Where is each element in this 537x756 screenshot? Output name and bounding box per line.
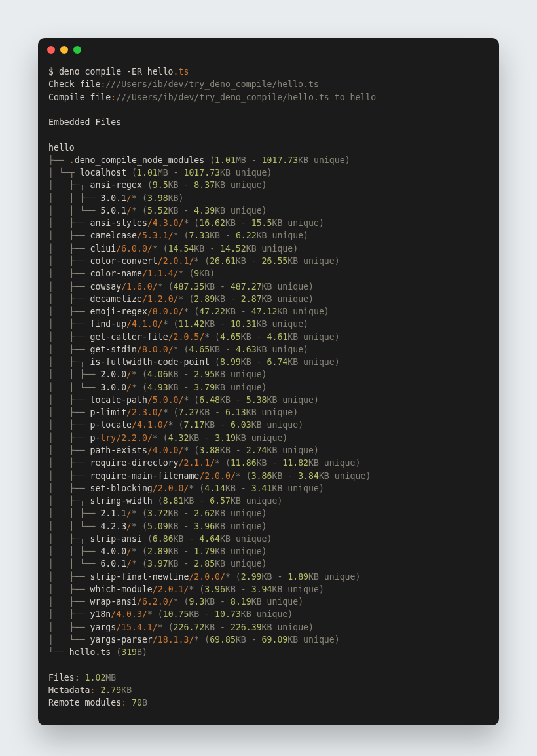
tree-item-name: wrap-ansi — [90, 597, 137, 607]
tree-item-name: 4.0.0 — [100, 546, 126, 556]
close-icon[interactable] — [47, 46, 55, 54]
tree-item-version: /2.0.1/ — [153, 584, 189, 594]
command-ext: ts — [179, 67, 189, 77]
tree-item-name: 4.2.3 — [100, 521, 126, 531]
tree-item-version: / — [126, 521, 132, 531]
tree-bars: │ ├── — [48, 345, 90, 354]
file-tree: ├── .deno_compile_node_modules (1.01MB -… — [48, 154, 489, 659]
tree-item-name: cliui — [90, 244, 117, 254]
tree-bars: │ └─┬ — [48, 168, 80, 178]
remote-unit: B — [142, 698, 147, 708]
tree-item-name: p- — [90, 433, 101, 443]
tree-item-unique-size: 3.84 — [298, 471, 319, 481]
tree-item-version: /6.2.0/ — [137, 597, 174, 607]
tree-item-name: p-locate — [90, 420, 132, 430]
tree-bars: │ ├── — [48, 433, 90, 443]
tree-item-size: 5.52 — [147, 206, 168, 216]
tree-item-name: 3.0.1 — [100, 193, 126, 203]
tree-bars: │ │ ├── — [48, 546, 100, 556]
remote-size: 70 — [132, 698, 142, 708]
tree-item-unique-size: 2.85 — [194, 559, 215, 569]
tree-bars: │ ├── — [48, 471, 90, 481]
tree-item-size: 16.62 — [199, 218, 225, 228]
tree-item-version: /4.1.0/ — [126, 319, 163, 329]
titlebar — [38, 38, 499, 62]
tree-bars: │ ├── — [48, 445, 90, 455]
tree-item-name: locate-path — [90, 395, 147, 405]
tree-item-unique-size: 1017.73 — [262, 155, 299, 165]
tree-bars: │ │ └── — [48, 559, 100, 569]
tree-item-unique-size: 6.57 — [210, 496, 231, 506]
tree-bars: │ │ ├── — [48, 508, 100, 518]
tree-item-size: 8.99 — [220, 357, 241, 367]
tree-item-version: /4.3.0/ — [147, 218, 184, 228]
tree-bars: │ ├─┬ — [48, 357, 90, 367]
tree-item-version: / — [126, 369, 132, 379]
tree-item-unique-size: 2.87 — [241, 294, 262, 304]
tree-bars: │ ├── — [48, 483, 90, 493]
tree-item-version: /8.0.0/ — [147, 307, 184, 316]
tree-item-version: /2.0.0/ — [189, 572, 225, 582]
tree-item-unique-size: 3.41 — [251, 483, 272, 493]
tree-item-version: /6.0.0/ — [116, 244, 153, 254]
tree-bars: │ ├── — [48, 458, 90, 468]
tree-bars: │ └── — [48, 635, 90, 645]
tree-item-size: 5.09 — [147, 521, 168, 531]
tree-item-size: 226.72 — [174, 622, 205, 632]
tree-item-name: decamelize — [90, 294, 142, 304]
files-unit: MB — [105, 673, 116, 683]
tree-bars: │ ├── — [48, 294, 90, 304]
tree-item-unique-size: 4.61 — [267, 332, 288, 342]
tree-item-name: 2.1.1 — [100, 508, 126, 518]
tree-item-version: /1.6.0/ — [121, 282, 158, 292]
tree-item-version: /4.0.3/ — [111, 609, 147, 619]
tree-item-unique-size: 1017.73 — [183, 168, 220, 178]
tree-item-unique-size: 2.95 — [194, 369, 215, 379]
tree-item-unique-size: 2.74 — [246, 445, 267, 455]
tree-item-name: ansi-regex — [90, 180, 142, 190]
minimize-icon[interactable] — [60, 46, 68, 54]
tree-item-size: 4.93 — [147, 383, 168, 392]
tree-item-size: 9.5 — [153, 180, 168, 190]
tree-bars: │ ├─┬ — [48, 534, 90, 544]
tree-item-unique-size: 226.39 — [231, 622, 262, 632]
tree-item-unique-size: 3.19 — [215, 433, 236, 443]
tree-item-name: is-fullwidth-code-point — [90, 357, 210, 367]
tree-item-name: deno_compile_node_modules — [75, 155, 205, 165]
tree-item-unique-size: 10.31 — [231, 319, 257, 329]
tree-item-unique-size: 26.55 — [262, 256, 288, 266]
zoom-icon[interactable] — [73, 46, 81, 54]
tree-item-size: 11.86 — [231, 458, 257, 468]
tree-bars: │ │ ├── — [48, 369, 100, 379]
tree-bars: │ ├── — [48, 307, 90, 316]
tree-item-unique-size: 3.94 — [251, 584, 272, 594]
tree-item-version: / — [126, 508, 132, 518]
tree-item-name: 6.0.1 — [100, 559, 126, 569]
tree-bars: │ ├── — [48, 420, 90, 430]
tree-item-size: 2.89 — [147, 546, 168, 556]
tree-item-version: /5.3.1/ — [137, 231, 174, 240]
tree-item-name: hello.ts — [69, 647, 111, 657]
tree-item-version: / — [126, 559, 132, 569]
tree-item-name: set-blocking — [90, 483, 153, 493]
tree-bars: │ ├── — [48, 269, 90, 278]
tree-item-size: 4.65 — [189, 345, 210, 354]
tree-item-version: /2.0.1/ — [158, 256, 194, 266]
tree-item-version: / — [126, 546, 132, 556]
tree-item-name: localhost — [80, 168, 126, 178]
tree-item-unique-size: 47.12 — [251, 307, 278, 316]
terminal-body: $ deno compile -ER hello.ts Check file:/… — [38, 62, 499, 725]
tree-item-size: 10.75 — [163, 609, 189, 619]
tree-item-size: 4.14 — [204, 483, 225, 493]
tree-item-unique-size: 6.22 — [236, 231, 257, 240]
tree-item-version: /1.2.0/ — [142, 294, 179, 304]
remote-label: Remote modules — [48, 698, 121, 708]
command-text: deno compile -ER hello — [59, 67, 174, 77]
tree-item-unique-size: 3.79 — [194, 383, 215, 392]
tree-item-size: 3.97 — [147, 559, 168, 569]
tree-item-name: color-convert — [90, 256, 158, 266]
tree-item-size: 3.72 — [147, 508, 168, 518]
tree-item-name: require-main-filename — [90, 471, 200, 481]
tree-item-unique-size: 6.13 — [225, 407, 246, 417]
tree-item-size: 4.32 — [168, 433, 189, 443]
